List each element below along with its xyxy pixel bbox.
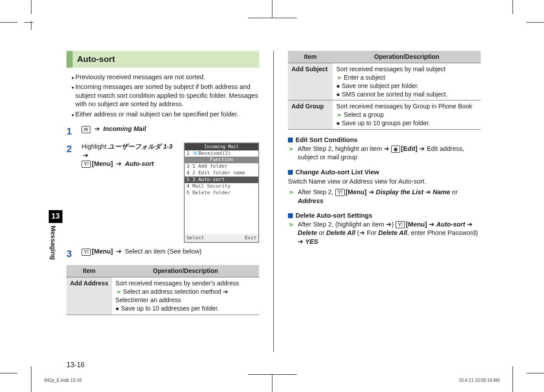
page-left-column: Auto-sort Previously received messages a… [66,51,259,352]
step-1: 1 ✉ ➔ Incoming Mail [66,125,259,138]
y-key-icon: Y! [335,189,345,196]
center-key-icon: ◉ [391,146,400,153]
mail-key-icon: ✉ [82,126,90,133]
options-table-left: Item Operation/Description Add Address S… [66,265,259,315]
phone-screenshot: Incoming Mail 1 📧Received(2) Function 3 … [184,142,259,243]
y-key-icon: Y! [82,161,91,168]
chapter-number: 13 [49,210,62,223]
y-key-icon: Y! [396,221,405,228]
subhead-change: Change Auto-sort List View [288,168,481,177]
options-table-right: Item Operation/Description Add Subject S… [288,51,481,130]
table-row: Add Group Sort received messages by Grou… [288,100,481,130]
bullet-item: Incoming messages are sorted by subject … [75,83,259,109]
subhead-delete: Delete Auto-sort Settings [288,211,481,220]
intro-bullets: Previously received messages are not sor… [66,73,259,119]
footer-right: 10.4.21 10:58:18 AM [459,377,500,384]
footer-left: 842p_E.indb 13-16 [44,377,82,384]
page-number: 13-16 [66,360,85,370]
side-chapter-tab: 13 Messaging [49,210,62,260]
section-title: Auto-sort [73,51,259,68]
table-row: Add Subject Sort received messages by ma… [288,63,481,100]
page-right-column: Item Operation/Description Add Subject S… [288,51,481,352]
table-row: Add Address Sort received messages by se… [66,277,259,315]
step-2: 2 Highlight ユーザーフォルダ 1-3 ➔ Y![Menu] ➔ Au… [66,142,259,243]
chapter-label: Messaging [49,223,58,260]
y-key-icon: Y! [82,249,91,256]
subhead-edit: Edit Sort Conditions [288,136,481,145]
bullet-item: Previously received messages are not sor… [75,73,259,82]
section-heading: Auto-sort [66,51,259,68]
step-3: 3 Y![Menu] ➔ Select an item (See below) [66,247,259,261]
bullet-item: Either address or mail subject can be sp… [75,110,259,119]
column-divider [273,51,274,352]
